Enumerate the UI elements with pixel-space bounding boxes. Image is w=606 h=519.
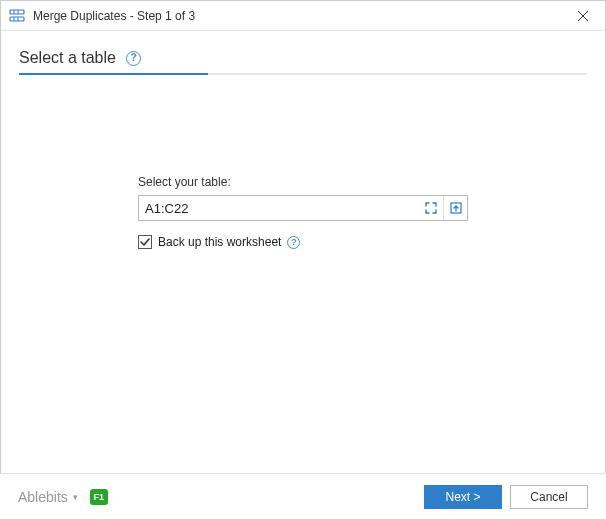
svg-rect-0 <box>10 10 24 14</box>
page-title: Select a table <box>19 49 116 67</box>
titlebar: Merge Duplicates - Step 1 of 3 <box>1 1 605 31</box>
brand-label: Ablebits <box>18 489 68 505</box>
form-area: Select your table: Back up this <box>138 175 468 249</box>
expand-range-button[interactable] <box>443 196 467 220</box>
content-area: Select your table: Back up this <box>1 175 605 249</box>
cancel-button-label: Cancel <box>530 490 567 504</box>
backup-checkbox-row: Back up this worksheet ? <box>138 235 468 249</box>
next-button[interactable]: Next > <box>424 485 502 509</box>
svg-rect-1 <box>10 17 24 21</box>
select-range-button[interactable] <box>419 196 443 220</box>
chevron-down-icon: ▾ <box>73 492 78 502</box>
cancel-button[interactable]: Cancel <box>510 485 588 509</box>
backup-checkbox[interactable] <box>138 235 152 249</box>
help-icon[interactable]: ? <box>126 51 141 66</box>
app-icon <box>9 8 25 24</box>
next-button-label: Next > <box>445 490 480 504</box>
progress-bar <box>19 73 587 75</box>
backup-label: Back up this worksheet <box>158 235 281 249</box>
f1-label: F1 <box>94 492 105 502</box>
close-button[interactable] <box>560 1 605 31</box>
footer: Ablebits ▾ F1 Next > Cancel <box>0 473 606 519</box>
help-f1-button[interactable]: F1 <box>90 489 108 505</box>
step-header: Select a table ? <box>1 31 605 73</box>
brand-menu[interactable]: Ablebits ▾ <box>18 489 78 505</box>
window-title: Merge Duplicates - Step 1 of 3 <box>33 9 560 23</box>
backup-help-icon[interactable]: ? <box>287 236 300 249</box>
range-input-group <box>138 195 468 221</box>
range-label: Select your table: <box>138 175 468 189</box>
progress-fill <box>19 73 208 75</box>
range-input[interactable] <box>139 196 419 220</box>
